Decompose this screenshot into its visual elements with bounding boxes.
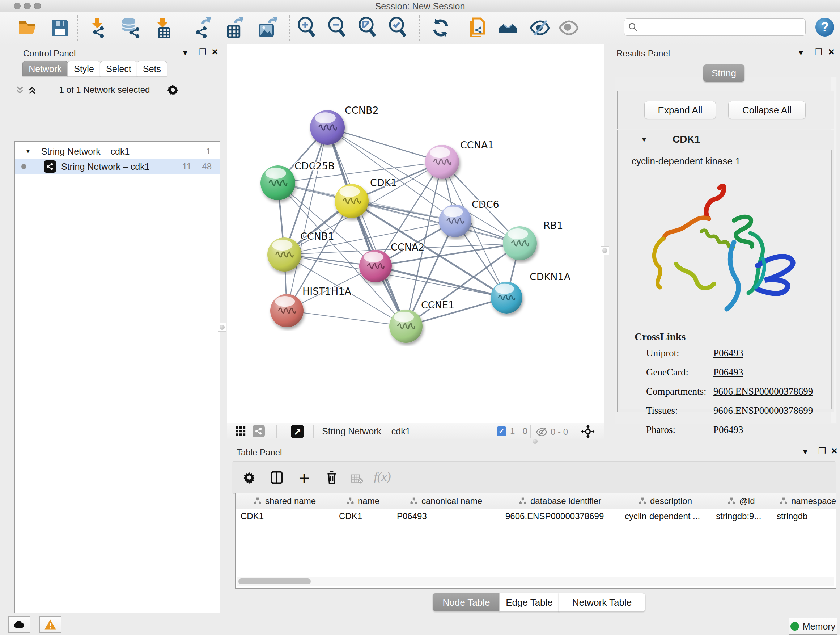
tab-node-table[interactable]: Node Table	[433, 593, 500, 612]
cell-shared-name[interactable]: CDK1	[235, 509, 334, 523]
help-button[interactable]: ?	[815, 18, 834, 36]
hidden-nodes-indicator[interactable]: 0 - 0	[535, 427, 568, 437]
cell-description[interactable]: cyclin-dependent ...	[620, 509, 711, 523]
import-network-file-button[interactable]	[87, 17, 109, 39]
memory-button[interactable]: Memory	[789, 618, 837, 635]
column-header-canonical-name[interactable]: canonical name	[392, 494, 501, 509]
table-panel-float-icon[interactable]: ▼	[802, 448, 809, 455]
column-header-database-identifier[interactable]: database identifier	[500, 494, 620, 509]
left-splitter-handle[interactable]	[218, 323, 226, 332]
node-RB1[interactable]	[503, 226, 537, 260]
crosslink-uniprot-link[interactable]: P06493	[714, 348, 744, 359]
open-session-button[interactable]	[17, 17, 39, 39]
node-CCNE1[interactable]	[389, 310, 423, 343]
table-panel-maximize-icon[interactable]: ❐	[818, 447, 826, 455]
tab-select[interactable]: Select	[100, 61, 137, 76]
cell-id[interactable]: stringdb:9...	[711, 509, 772, 523]
table-settings-button[interactable]	[239, 467, 259, 488]
export-image-button[interactable]	[256, 17, 278, 39]
edge-CCNE1-HIST1H1A[interactable]	[287, 310, 406, 326]
tab-edge-table[interactable]: Edge Table	[499, 593, 559, 612]
zoom-out-button[interactable]	[326, 17, 348, 39]
expand-all-chevron-icon[interactable]	[27, 86, 37, 95]
table-horizontal-scrollbar[interactable]	[237, 577, 834, 586]
grid-view-button[interactable]	[235, 426, 246, 437]
network-collection-row[interactable]: ▼ String Network – cdk1 1	[15, 144, 219, 159]
tab-style[interactable]: Style	[67, 61, 101, 76]
tab-string[interactable]: String	[703, 65, 745, 82]
cell-canonical-name[interactable]: P06493	[392, 509, 500, 523]
create-column-button[interactable]: ＋	[294, 467, 314, 488]
node-HIST1H1A[interactable]	[270, 294, 303, 327]
node-CDK1[interactable]	[335, 184, 369, 218]
cell-database-identifier[interactable]: 9606.ENSP00000378699	[500, 509, 620, 523]
show-all-button[interactable]	[558, 17, 579, 39]
search-input[interactable]	[641, 20, 802, 33]
arrow-up-right-icon: ↗	[294, 426, 302, 437]
collection-expand-arrow-icon[interactable]: ▼	[25, 148, 31, 155]
network-overview-button[interactable]	[253, 425, 265, 437]
crosslink-tissues-link[interactable]: 9606.ENSP00000378699	[714, 405, 813, 416]
scrollbar-thumb[interactable]	[238, 578, 311, 584]
node-label-CDC25B: CDC25B	[294, 160, 335, 172]
fit-selected-button[interactable]	[581, 424, 595, 439]
open-in-new-window-button[interactable]: ↗	[291, 425, 304, 438]
control-panel-close-icon[interactable]: ✕	[211, 48, 218, 57]
edge-CCNB2-HIST1H1A[interactable]	[287, 127, 327, 310]
node-CDKN1A[interactable]	[491, 282, 523, 314]
zoom-selected-button[interactable]	[387, 17, 409, 39]
first-neighbors-button[interactable]	[497, 17, 519, 39]
network-view-canvas[interactable]: CCNB2CCNA1CDC25BCDK1CDC6RB1CCNB1CCNA2CDK…	[227, 44, 604, 423]
table-panel-close-icon[interactable]: ✕	[831, 447, 838, 455]
cell-name[interactable]: CDK1	[334, 509, 392, 523]
import-table-icon	[152, 17, 173, 38]
hide-selected-button[interactable]	[529, 17, 551, 39]
results-panel-close-icon[interactable]: ✕	[828, 48, 835, 57]
results-panel-maximize-icon[interactable]: ❐	[815, 48, 823, 57]
crosslink-genecard-link[interactable]: P06493	[714, 367, 744, 378]
node-CCNB1[interactable]	[267, 238, 302, 272]
control-panel-float-icon[interactable]: ▼	[182, 49, 189, 57]
collapse-all-chevron-icon[interactable]	[15, 86, 25, 95]
column-header-shared-name[interactable]: shared name	[235, 494, 334, 509]
network-row[interactable]: String Network – cdk1 11 48	[15, 159, 219, 174]
selected-nodes-indicator[interactable]: ✓ 1 - 0	[497, 426, 527, 436]
bottom-splitter-handle[interactable]	[531, 439, 539, 444]
warnings-button[interactable]	[39, 616, 62, 633]
import-network-database-button[interactable]	[119, 17, 141, 39]
column-header-id[interactable]: @id	[711, 494, 772, 509]
crosslink-compartments-link[interactable]: 9606.ENSP00000378699	[714, 386, 813, 397]
show-columns-button[interactable]	[267, 467, 287, 488]
column-header-name[interactable]: name	[334, 494, 392, 509]
tab-network[interactable]: Network	[22, 61, 68, 76]
delete-column-button[interactable]	[322, 467, 342, 488]
node-CDC25B[interactable]	[261, 165, 295, 200]
import-table-file-button[interactable]	[152, 17, 174, 39]
refresh-button[interactable]	[430, 17, 452, 39]
tab-sets[interactable]: Sets	[137, 61, 167, 76]
node-CDC6[interactable]	[439, 204, 471, 237]
control-panel-maximize-icon[interactable]: ❐	[199, 48, 207, 57]
cell-namespace[interactable]: stringdb	[772, 509, 836, 523]
network-options-gear-icon[interactable]	[167, 84, 179, 96]
collapse-all-button[interactable]: Collapse All	[728, 101, 806, 119]
column-header-namespace[interactable]: namespace	[772, 494, 836, 509]
edge-CCNB2-CCNA1[interactable]	[327, 127, 442, 162]
export-table-button[interactable]	[224, 17, 245, 39]
save-session-button[interactable]	[49, 17, 71, 39]
node-CCNA1[interactable]	[425, 145, 459, 179]
crosslink-pharos-link[interactable]: P06493	[714, 424, 744, 435]
zoom-fit-button[interactable]	[357, 17, 378, 39]
expand-all-button[interactable]: Expand All	[644, 101, 716, 119]
gene-collapse-arrow-icon[interactable]: ▼	[641, 136, 647, 144]
edge-CCNA2-CDKN1A[interactable]	[376, 266, 507, 298]
node-CCNB2[interactable]	[310, 110, 345, 145]
export-network-button[interactable]	[191, 17, 213, 39]
node-CCNA2[interactable]	[359, 250, 392, 282]
cloud-status-button[interactable]	[8, 616, 30, 633]
results-panel-float-icon[interactable]: ▼	[797, 49, 805, 57]
zoom-in-button[interactable]	[296, 17, 317, 39]
column-header-description[interactable]: description	[620, 494, 711, 509]
tab-network-table[interactable]: Network Table	[559, 593, 645, 612]
clone-network-button[interactable]	[467, 17, 488, 39]
